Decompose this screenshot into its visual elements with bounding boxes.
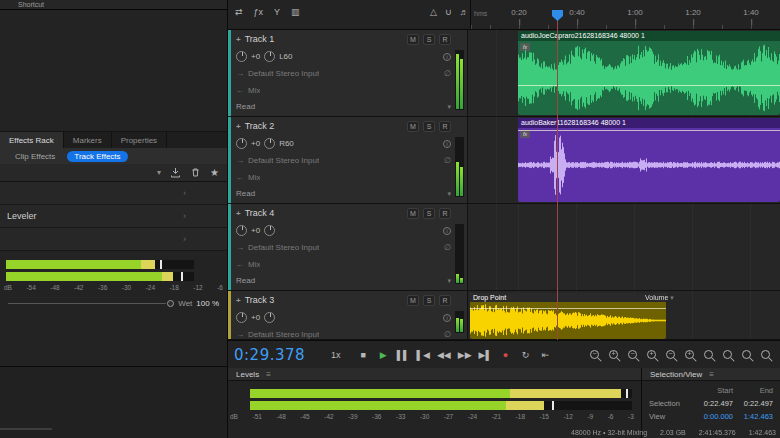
mute-button[interactable]: M: [407, 295, 419, 306]
metronome-icon[interactable]: △: [430, 7, 437, 18]
selection-start-value[interactable]: 0:22.497: [693, 399, 733, 408]
zoom-out-full-icon[interactable]: [590, 350, 599, 359]
input-select[interactable]: Default Stereo Input: [248, 156, 319, 165]
save-preset-icon[interactable]: [170, 167, 181, 178]
pan-knob[interactable]: [264, 138, 275, 149]
tab-effects-rack[interactable]: Effects Rack: [0, 132, 64, 148]
move-tool-icon[interactable]: ⇄: [235, 7, 243, 17]
stop-button[interactable]: ■: [357, 350, 370, 360]
play-button[interactable]: ▶: [377, 350, 390, 360]
fast-forward-button[interactable]: ▶▶: [458, 350, 472, 360]
effect-slot-1[interactable]: ›: [0, 182, 227, 205]
track-4-header[interactable]: + Track 4 M S R +0 i: [228, 204, 468, 291]
track-2-header[interactable]: + Track 2 M S R +0 R60 i: [228, 117, 468, 204]
zoom-in-full-icon[interactable]: [609, 350, 618, 359]
output-select[interactable]: Mix: [248, 260, 260, 269]
zoom-reset-icon[interactable]: [761, 350, 770, 359]
favorite-star-icon[interactable]: ★: [210, 168, 219, 178]
volume-knob[interactable]: [236, 312, 247, 323]
zoom-out-horizontal-icon[interactable]: [628, 350, 637, 359]
snap-icon[interactable]: ∪: [445, 7, 452, 18]
rewind-button[interactable]: ◀◀: [437, 350, 451, 360]
skip-selection-button[interactable]: ⇤: [539, 350, 552, 360]
track-1-lane[interactable]: audioJoeCapraro21628168346 48000 1 fx: [468, 30, 780, 117]
solo-button[interactable]: S: [423, 121, 435, 132]
volume-knob[interactable]: [236, 138, 247, 149]
pause-button[interactable]: ▌▌: [397, 350, 410, 360]
track-4-lane[interactable]: [468, 204, 780, 291]
fx-toggle-icon[interactable]: ƒx: [254, 7, 264, 17]
mute-button[interactable]: M: [407, 121, 419, 132]
zoom-in-horizontal-icon[interactable]: [647, 350, 656, 359]
time-display[interactable]: 0:29.378: [234, 346, 305, 364]
delete-preset-icon[interactable]: [190, 167, 201, 178]
panel-menu-icon[interactable]: ≡: [266, 370, 271, 379]
skip-to-start-button[interactable]: ▌◀: [417, 350, 430, 360]
volume-value[interactable]: +0: [251, 226, 260, 235]
arm-record-button[interactable]: R: [439, 121, 451, 132]
output-select[interactable]: Mix: [248, 173, 260, 182]
tab-markers[interactable]: Markers: [64, 132, 112, 148]
playback-speed[interactable]: 1x: [331, 350, 341, 360]
tab-properties[interactable]: Properties: [112, 132, 167, 148]
mute-button[interactable]: M: [407, 34, 419, 45]
input-select[interactable]: Default Stereo Input: [248, 243, 319, 252]
arm-record-button[interactable]: R: [439, 208, 451, 219]
pan-value[interactable]: R60: [279, 139, 294, 148]
keyframe-icon[interactable]: i: [443, 227, 451, 235]
pan-value[interactable]: L60: [279, 52, 292, 61]
arm-record-button[interactable]: R: [439, 34, 451, 45]
track-name[interactable]: Track 1: [245, 34, 275, 44]
solo-button[interactable]: S: [423, 295, 435, 306]
monitor-input-icon[interactable]: ♬: [460, 7, 469, 18]
skip-to-end-button[interactable]: ▶▌: [479, 350, 492, 360]
record-button[interactable]: ●: [499, 350, 512, 360]
horizontal-scrollbar[interactable]: [0, 428, 52, 430]
timeline-ruler[interactable]: hms 0:200:401:001:201:40: [470, 0, 780, 29]
view-end-value[interactable]: 1:42.463: [733, 412, 773, 421]
track-3-lane[interactable]: Drop Point Volume ▾: [468, 291, 780, 340]
volume-knob[interactable]: [236, 51, 247, 62]
clip-title[interactable]: Drop Point: [470, 293, 666, 302]
clip-effects-button[interactable]: Clip Effects: [8, 151, 62, 162]
volume-value[interactable]: +0: [251, 313, 260, 322]
zoom-selection-end-icon[interactable]: [723, 350, 732, 359]
pan-knob[interactable]: [264, 225, 275, 236]
track-name[interactable]: Track 2: [245, 121, 275, 131]
pan-knob[interactable]: [264, 51, 275, 62]
track-1-header[interactable]: + Track 1 M S R +0 L60 i: [228, 30, 468, 117]
solo-button[interactable]: S: [423, 34, 435, 45]
automation-mode-select[interactable]: Read: [236, 189, 255, 198]
wet-mix-slider[interactable]: [8, 303, 166, 304]
effect-slot-2[interactable]: Leveler ›: [0, 205, 227, 228]
automation-mode-select[interactable]: Read: [236, 102, 255, 111]
wet-value[interactable]: 100 %: [196, 299, 219, 308]
keyframe-icon[interactable]: i: [443, 53, 451, 61]
input-select[interactable]: Default Stereo Input: [248, 330, 319, 339]
track-2-lane[interactable]: audioBaker11628168346 48000 1 fx: [468, 117, 780, 204]
loop-playback-button[interactable]: ↻: [519, 350, 532, 360]
view-start-value[interactable]: 0:00.000: [693, 412, 733, 421]
solo-button[interactable]: S: [423, 208, 435, 219]
zoom-out-vertical-icon[interactable]: [666, 350, 675, 359]
track-name[interactable]: Track 4: [245, 208, 275, 218]
volume-value[interactable]: +0: [251, 139, 260, 148]
slip-tool-icon[interactable]: ▥: [291, 7, 300, 17]
keyframe-icon[interactable]: i: [443, 140, 451, 148]
pan-knob[interactable]: [264, 312, 275, 323]
zoom-in-vertical-icon[interactable]: [685, 350, 694, 359]
razor-tool-icon[interactable]: Y: [274, 7, 280, 17]
envelope-type-select[interactable]: Volume ▾: [645, 293, 674, 302]
selection-end-value[interactable]: 0:22.497: [733, 399, 773, 408]
zoom-selection-start-icon[interactable]: [704, 350, 713, 359]
arm-record-button[interactable]: R: [439, 295, 451, 306]
panel-menu-icon[interactable]: ≡: [709, 370, 714, 379]
automation-mode-select[interactable]: Read: [236, 276, 255, 285]
preset-dropdown[interactable]: ▾: [8, 168, 161, 177]
wet-mix-knob-icon[interactable]: [167, 300, 174, 307]
audio-clip[interactable]: Drop Point: [470, 293, 666, 339]
track-effects-button[interactable]: Track Effects: [67, 151, 127, 162]
volume-knob[interactable]: [236, 225, 247, 236]
track-name[interactable]: Track 3: [245, 295, 275, 305]
mute-button[interactable]: M: [407, 208, 419, 219]
